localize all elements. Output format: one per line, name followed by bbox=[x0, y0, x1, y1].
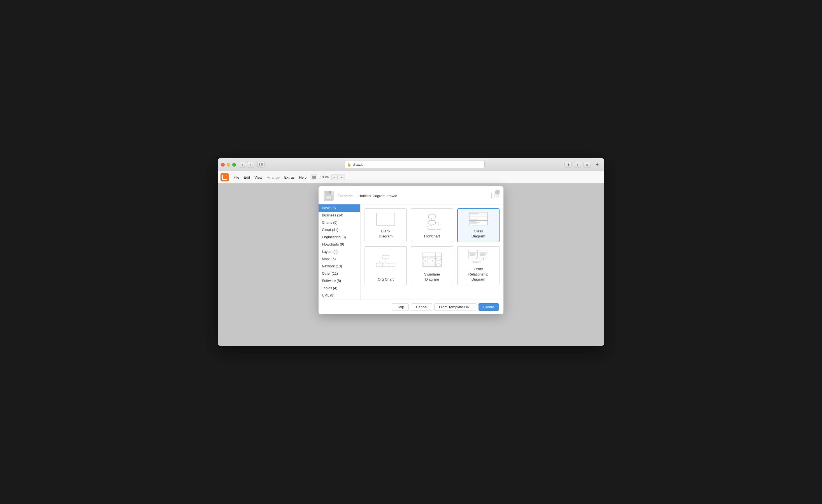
browser-window: ‹ › 🔒 draw.io ⬇ ⬆ bbox=[218, 158, 604, 346]
swimlane-preview bbox=[414, 249, 450, 270]
zoom-out-btn[interactable]: − bbox=[331, 174, 338, 180]
category-item-tables[interactable]: Tables (4) bbox=[319, 284, 360, 292]
svg-rect-26 bbox=[470, 218, 480, 218]
svg-rect-31 bbox=[383, 255, 389, 259]
category-item-layout[interactable]: Layout (4) bbox=[319, 248, 360, 255]
template-flowchart[interactable]: Flowchart bbox=[411, 208, 453, 242]
modal-close-button[interactable]: × bbox=[495, 190, 500, 195]
filename-row: Filename: ? bbox=[338, 192, 499, 199]
panel-icon bbox=[312, 176, 316, 179]
category-item-cloud[interactable]: Cloud (41) bbox=[319, 226, 360, 234]
back-icon: ‹ bbox=[242, 163, 243, 166]
svg-rect-55 bbox=[469, 250, 478, 258]
minimize-window-button[interactable] bbox=[227, 163, 230, 167]
svg-rect-47 bbox=[430, 257, 435, 260]
menu-edit[interactable]: Edit bbox=[244, 175, 250, 179]
svg-marker-14 bbox=[428, 220, 436, 225]
svg-rect-25 bbox=[470, 217, 477, 217]
svg-rect-39 bbox=[389, 263, 395, 267]
zoom-out-icon: − bbox=[334, 176, 335, 179]
add-tab-icon: + bbox=[596, 162, 599, 168]
flowchart-icon bbox=[421, 214, 442, 230]
toolbar-panel-btn[interactable] bbox=[311, 174, 317, 180]
flowchart-preview bbox=[414, 212, 450, 232]
new-diagram-modal: Filename: ? × Basic (6) bbox=[319, 186, 503, 314]
zoom-in-btn[interactable]: + bbox=[339, 174, 345, 180]
forward-button[interactable]: › bbox=[247, 162, 255, 167]
toolbar-buttons: 100% − + bbox=[311, 174, 601, 180]
svg-rect-10 bbox=[326, 196, 331, 199]
cancel-button[interactable]: Cancel bbox=[411, 303, 432, 311]
help-button[interactable]: Help bbox=[392, 303, 409, 311]
menu-help[interactable]: Help bbox=[299, 175, 307, 179]
forward-icon: › bbox=[250, 163, 251, 166]
sidebar-toggle-button[interactable] bbox=[257, 162, 265, 167]
zoom-in-icon: + bbox=[341, 176, 343, 179]
app-logo bbox=[221, 173, 229, 181]
svg-rect-2 bbox=[261, 164, 263, 165]
create-button[interactable]: Create bbox=[478, 303, 499, 311]
svg-rect-24 bbox=[470, 213, 478, 214]
download-icon: ⬇ bbox=[567, 163, 569, 167]
svg-rect-58 bbox=[470, 254, 476, 255]
menu-arrange[interactable]: Arrange bbox=[267, 175, 280, 179]
address-bar[interactable]: 🔒 draw.io bbox=[345, 161, 485, 168]
template-class[interactable]: ClassDiagram bbox=[457, 208, 499, 242]
zoom-level: 100% bbox=[318, 175, 330, 179]
category-item-other[interactable]: Other (11) bbox=[319, 270, 360, 277]
add-tab-button[interactable]: + bbox=[594, 161, 601, 168]
filename-input[interactable] bbox=[356, 192, 492, 199]
share-icon: ⬆ bbox=[576, 163, 579, 167]
erd-icon bbox=[468, 249, 489, 265]
share-button[interactable]: ⬆ bbox=[574, 162, 581, 167]
category-item-charts[interactable]: Charts (5) bbox=[319, 219, 360, 226]
menu-extras[interactable]: Extras bbox=[284, 175, 295, 179]
category-item-uml[interactable]: UML (8) bbox=[319, 292, 360, 299]
close-window-button[interactable] bbox=[221, 163, 225, 167]
category-item-basic[interactable]: Basic (6) bbox=[319, 204, 360, 212]
menu-file[interactable]: File bbox=[234, 175, 239, 179]
maximize-window-button[interactable] bbox=[232, 163, 236, 167]
menu-items: File Edit View Arrange Extras Help bbox=[234, 175, 307, 179]
app-logo-icon bbox=[222, 175, 227, 180]
category-item-network[interactable]: Network (13) bbox=[319, 263, 360, 270]
svg-rect-29 bbox=[470, 222, 479, 223]
back-button[interactable]: ‹ bbox=[239, 162, 246, 167]
category-item-venn[interactable]: Venn (8) bbox=[319, 299, 360, 300]
swimlane-icon bbox=[421, 252, 442, 267]
menu-view[interactable]: View bbox=[255, 175, 262, 179]
swimlane-label: SwimlaneDiagram bbox=[424, 272, 440, 282]
disk-icon bbox=[323, 190, 334, 201]
save-disk-icon bbox=[323, 190, 334, 201]
svg-rect-11 bbox=[377, 213, 395, 226]
svg-rect-8 bbox=[330, 191, 331, 193]
template-erd[interactable]: EntityRelationshipDiagram bbox=[457, 246, 499, 285]
erd-label: EntityRelationshipDiagram bbox=[468, 267, 489, 282]
svg-rect-54 bbox=[436, 263, 440, 266]
category-item-engineering[interactable]: Engineering (3) bbox=[319, 234, 360, 241]
svg-rect-57 bbox=[470, 253, 475, 254]
sidebar-toggle-icon bbox=[259, 163, 263, 166]
class-label: ClassDiagram bbox=[471, 229, 485, 239]
template-swimlane[interactable]: SwimlaneDiagram bbox=[411, 246, 453, 285]
category-item-software[interactable]: Software (8) bbox=[319, 277, 360, 284]
from-template-url-button[interactable]: From Template URL bbox=[434, 303, 476, 311]
nav-buttons: ‹ › bbox=[239, 162, 255, 167]
template-blank[interactable]: BlankDiagram bbox=[365, 208, 407, 242]
svg-rect-38 bbox=[383, 263, 389, 267]
svg-rect-5 bbox=[314, 176, 316, 179]
orgchart-preview bbox=[368, 249, 403, 275]
copy-button[interactable]: ⧉ bbox=[583, 162, 591, 167]
svg-rect-64 bbox=[480, 255, 485, 256]
erd-preview bbox=[461, 249, 496, 265]
modal-header: Filename: ? × bbox=[319, 186, 503, 204]
category-item-flowcharts[interactable]: Flowcharts (9) bbox=[319, 241, 360, 248]
class-preview bbox=[461, 212, 496, 227]
category-item-maps[interactable]: Maps (5) bbox=[319, 255, 360, 263]
category-item-business[interactable]: Business (14) bbox=[319, 212, 360, 219]
class-diagram-icon bbox=[468, 212, 489, 227]
template-orgchart[interactable]: Org Chart bbox=[365, 246, 407, 285]
download-button[interactable]: ⬇ bbox=[564, 162, 572, 167]
svg-rect-63 bbox=[480, 254, 487, 255]
modal-footer: Help Cancel From Template URL Create bbox=[319, 300, 503, 314]
